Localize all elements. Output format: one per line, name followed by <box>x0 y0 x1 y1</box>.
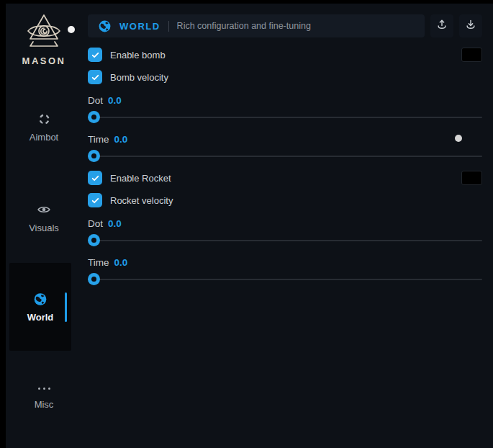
rocket-time-slider-group: Time 0.0 <box>88 256 482 285</box>
app-window: MASON Aimbot Visuals <box>6 4 493 448</box>
crosshair-icon <box>37 112 51 126</box>
mason-eye-pyramid-icon <box>23 40 65 53</box>
download-config-button[interactable] <box>459 14 482 37</box>
rocket-time-label: Time <box>88 257 109 268</box>
bomb-time-label: Time <box>88 134 109 145</box>
sidebar-item-world-content: World <box>9 292 71 323</box>
page-header: WORLD Rich configuration and fine-tuning <box>88 14 482 37</box>
sidebar-item-label: Misc <box>35 399 54 410</box>
enable-bomb-row: Enable bomb <box>88 48 482 62</box>
cursor-dot <box>68 26 75 33</box>
sidebar: MASON Aimbot Visuals <box>6 4 82 448</box>
globe-icon <box>98 19 112 33</box>
bomb-color-swatch[interactable] <box>461 48 482 62</box>
bomb-dot-slider[interactable] <box>88 111 482 123</box>
eye-icon <box>37 202 51 217</box>
rocket-velocity-label: Rocket velocity <box>110 195 173 206</box>
rocket-dot-value: 0.0 <box>108 218 122 229</box>
slider-track[interactable] <box>88 279 482 280</box>
slider-track[interactable] <box>88 240 482 241</box>
sidebar-item-world-selected[interactable]: World <box>9 263 71 351</box>
app-logo: MASON <box>6 13 82 66</box>
rocket-color-swatch[interactable] <box>461 171 482 185</box>
main-content: WORLD Rich configuration and fine-tuning <box>88 14 493 285</box>
brand-name: MASON <box>6 55 82 66</box>
sidebar-item-misc[interactable]: Misc <box>6 383 82 410</box>
slider-track[interactable] <box>88 117 482 118</box>
sidebar-item-aimbot[interactable]: Aimbot <box>6 112 82 143</box>
rocket-time-slider[interactable] <box>88 273 482 285</box>
cursor-dot <box>455 135 462 142</box>
sidebar-item-label: World <box>27 312 54 323</box>
sidebar-item-label: Aimbot <box>30 132 58 143</box>
bomb-velocity-label: Bomb velocity <box>110 72 168 83</box>
slider-knob[interactable] <box>88 273 100 285</box>
enable-bomb-checkbox[interactable] <box>88 48 102 62</box>
page-subtitle: Rich configuration and fine-tuning <box>177 21 311 31</box>
enable-rocket-label: Enable Rocket <box>110 173 171 184</box>
header-divider <box>168 21 169 32</box>
bomb-velocity-row: Bomb velocity <box>88 70 482 84</box>
sidebar-item-label: Visuals <box>29 223 59 233</box>
rocket-dot-slider[interactable] <box>88 234 482 246</box>
enable-bomb-label: Enable bomb <box>110 50 166 61</box>
slider-track[interactable] <box>88 156 482 157</box>
bomb-time-slider-group: Time 0.0 <box>88 133 482 162</box>
rocket-velocity-row: Rocket velocity <box>88 193 482 207</box>
slider-knob[interactable] <box>88 150 100 162</box>
enable-rocket-row: Enable Rocket <box>88 171 482 185</box>
bomb-dot-label: Dot <box>88 95 103 106</box>
globe-icon <box>33 292 48 306</box>
download-icon <box>464 18 477 34</box>
slider-knob[interactable] <box>88 111 100 123</box>
slider-knob[interactable] <box>88 234 100 246</box>
rocket-dot-slider-group: Dot 0.0 <box>88 218 482 246</box>
bomb-time-slider[interactable] <box>88 150 482 162</box>
ellipsis-icon <box>37 383 51 393</box>
upload-icon <box>435 18 448 34</box>
rocket-velocity-checkbox[interactable] <box>88 193 102 207</box>
sidebar-item-visuals[interactable]: Visuals <box>6 202 82 233</box>
rocket-time-value: 0.0 <box>114 257 128 268</box>
page-title: WORLD <box>119 21 160 32</box>
bomb-velocity-checkbox[interactable] <box>88 70 102 84</box>
enable-rocket-checkbox[interactable] <box>88 171 102 185</box>
page-header-bar: WORLD Rich configuration and fine-tuning <box>88 14 425 37</box>
bomb-dot-slider-group: Dot 0.0 <box>88 94 482 123</box>
rocket-dot-label: Dot <box>88 218 103 229</box>
upload-config-button[interactable] <box>430 14 453 37</box>
bomb-time-value: 0.0 <box>114 134 128 145</box>
bomb-dot-value: 0.0 <box>108 95 122 106</box>
active-tab-indicator <box>65 292 67 322</box>
